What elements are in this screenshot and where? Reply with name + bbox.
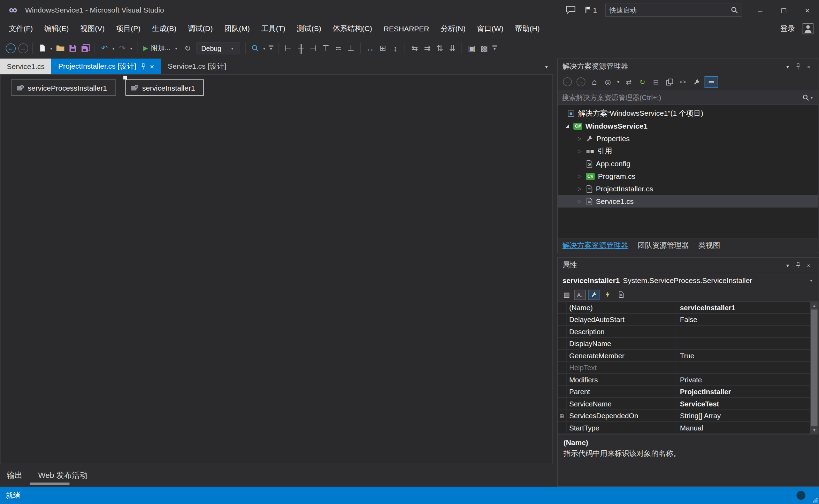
property-value[interactable]: Private	[675, 374, 810, 385]
redo-caret-icon[interactable]: ▾	[129, 46, 134, 51]
sign-in-link[interactable]: 登录	[773, 24, 802, 33]
menu-debug[interactable]: 调试(D)	[182, 21, 219, 37]
property-pages-button[interactable]	[615, 289, 627, 300]
tab-class-view[interactable]: 类视图	[698, 241, 720, 250]
menu-build[interactable]: 生成(B)	[146, 21, 182, 37]
component-designer-surface[interactable]: serviceProcessInstaller1 serviceInstalle…	[0, 74, 553, 464]
make-same-size-button[interactable]: ⊞	[376, 42, 389, 54]
property-row-parent[interactable]: Parent ProjectInstaller	[558, 386, 810, 398]
align-rights-button[interactable]: ⊣	[307, 42, 320, 54]
maximize-button[interactable]: □	[772, 0, 795, 20]
quick-launch-input[interactable]	[610, 6, 731, 14]
tab-team-explorer[interactable]: 团队资源管理器	[638, 241, 689, 250]
tree-row-service1-cs[interactable]: ▷ Service1.cs	[558, 195, 818, 208]
tab-service1-design[interactable]: Service1.cs [设计]	[161, 59, 233, 74]
expand-plus-icon[interactable]: ⊞	[558, 410, 566, 421]
se-refresh-button[interactable]: ↻	[637, 76, 648, 87]
events-button[interactable]	[602, 289, 613, 300]
se-view-code-button[interactable]: <>	[678, 76, 689, 87]
se-back-button[interactable]: ←	[561, 76, 573, 87]
feedback-icon[interactable]	[566, 6, 575, 14]
scroll-down-icon[interactable]: ▼	[812, 427, 817, 434]
pin-icon[interactable]	[793, 63, 803, 70]
expander-closed-icon[interactable]: ▷	[576, 136, 583, 141]
component-serviceinstaller1[interactable]: serviceInstaller1	[125, 79, 204, 96]
menu-test[interactable]: 测试(S)	[291, 21, 327, 37]
tree-row-app-config[interactable]: App.config	[558, 158, 818, 170]
se-copy-button[interactable]	[664, 76, 675, 87]
menu-edit[interactable]: 编辑(E)	[39, 21, 75, 37]
tree-row-program-cs[interactable]: ▷ C# Program.cs	[558, 170, 818, 183]
solution-explorer-search-box[interactable]: ▾	[558, 91, 818, 105]
expander-closed-icon[interactable]: ▷	[576, 174, 583, 179]
property-value[interactable]: ServiceTest	[675, 398, 810, 410]
selection-handle[interactable]	[123, 76, 127, 80]
property-row-generatemember[interactable]: GenerateMember True	[558, 350, 810, 362]
menu-analyze[interactable]: 分析(N)	[435, 21, 471, 37]
resize-grip[interactable]	[812, 497, 818, 503]
se-scope-caret-icon[interactable]: ▾	[616, 79, 621, 84]
tab-output[interactable]: 输出	[7, 471, 22, 481]
property-value[interactable]: String[] Array	[675, 410, 810, 421]
property-row-description[interactable]: Description	[558, 326, 810, 338]
minimize-button[interactable]: –	[749, 0, 772, 20]
menu-window[interactable]: 窗口(W)	[471, 21, 509, 37]
property-value[interactable]	[675, 326, 810, 337]
solution-configuration-dropdown[interactable]: Debug ▾	[197, 42, 239, 54]
user-avatar-icon[interactable]	[802, 23, 814, 35]
close-panel-icon[interactable]: ×	[803, 63, 814, 69]
properties-view-button[interactable]	[588, 289, 599, 300]
component-serviceprocessinstaller1[interactable]: serviceProcessInstaller1	[11, 79, 116, 96]
menu-help[interactable]: 帮助(H)	[509, 21, 545, 37]
close-tab-icon[interactable]: ×	[150, 62, 154, 71]
tab-solution-explorer[interactable]: 解决方案资源管理器	[562, 241, 628, 250]
property-grid-scrollbar[interactable]: ▲ ▼	[810, 302, 819, 434]
align-centers-button[interactable]: ╫	[294, 42, 307, 54]
menu-architecture[interactable]: 体系结构(C)	[327, 21, 378, 37]
pin-icon[interactable]	[140, 63, 146, 70]
save-button[interactable]	[66, 42, 79, 54]
tree-row-projectinstaller-cs[interactable]: ▷ ProjectInstaller.cs	[558, 183, 818, 195]
close-button[interactable]: ×	[796, 0, 819, 20]
pin-icon[interactable]	[793, 262, 803, 269]
close-panel-icon[interactable]: ×	[803, 262, 814, 268]
attach-debugger-button[interactable]: ▶ 附加... ▾	[140, 44, 181, 53]
restart-button[interactable]: ↻	[182, 42, 194, 54]
se-forward-button[interactable]: →	[575, 76, 587, 87]
menu-tools[interactable]: 工具(T)	[255, 21, 291, 37]
property-value[interactable]: Manual	[675, 422, 810, 434]
make-same-width-button[interactable]: ↔	[364, 42, 376, 54]
se-collapse-all-button[interactable]: ⊟	[650, 76, 662, 87]
property-row-helptext[interactable]: HelpText	[558, 362, 810, 374]
redo-button[interactable]: ↷	[116, 42, 129, 54]
se-properties-button[interactable]	[691, 76, 703, 87]
send-to-back-button[interactable]: ▩	[478, 42, 490, 54]
menu-view[interactable]: 视图(V)	[75, 21, 110, 37]
new-file-button[interactable]	[36, 42, 48, 54]
property-value[interactable]: False	[675, 314, 810, 325]
expander-closed-icon[interactable]: ▷	[576, 199, 583, 204]
property-row-displayname[interactable]: DisplayName	[558, 338, 810, 350]
undo-button[interactable]: ↶	[98, 42, 111, 54]
tab-web-publish-activity[interactable]: Web 发布活动	[38, 471, 87, 481]
document-list-dropdown-icon[interactable]: ▾	[545, 63, 553, 69]
tree-row-solution[interactable]: 解决方案“WindowsService1”(1 个项目)	[558, 107, 818, 120]
undo-caret-icon[interactable]: ▾	[111, 46, 116, 51]
menu-resharper[interactable]: RESHARPER	[378, 21, 435, 37]
align-middles-button[interactable]: ≍	[332, 42, 345, 54]
se-scope-button[interactable]: ◎	[602, 76, 614, 87]
solution-explorer-header[interactable]: 解决方案资源管理器 ▾ ×	[558, 59, 818, 74]
tree-row-project-windowsservice1[interactable]: ◢ C# WindowsService1	[558, 120, 818, 132]
window-position-dropdown-icon[interactable]: ▾	[782, 262, 793, 268]
se-home-button[interactable]: ⌂	[589, 76, 600, 87]
tab-service1-cs[interactable]: Service1.cs	[0, 59, 52, 74]
menu-team[interactable]: 团队(M)	[219, 21, 255, 37]
expander-open-icon[interactable]: ◢	[564, 123, 570, 129]
property-value[interactable]	[675, 338, 810, 349]
property-row-name[interactable]: (Name) serviceInstaller1	[558, 302, 810, 314]
new-file-caret-icon[interactable]: ▾	[48, 46, 54, 51]
expander-closed-icon[interactable]: ▷	[576, 186, 583, 191]
horizontal-spacing-equal-button[interactable]: ⇆	[408, 42, 421, 54]
property-row-servicesdependedon[interactable]: ⊞ ServicesDependedOn String[] Array	[558, 410, 810, 422]
scroll-up-icon[interactable]: ▲	[812, 302, 817, 309]
